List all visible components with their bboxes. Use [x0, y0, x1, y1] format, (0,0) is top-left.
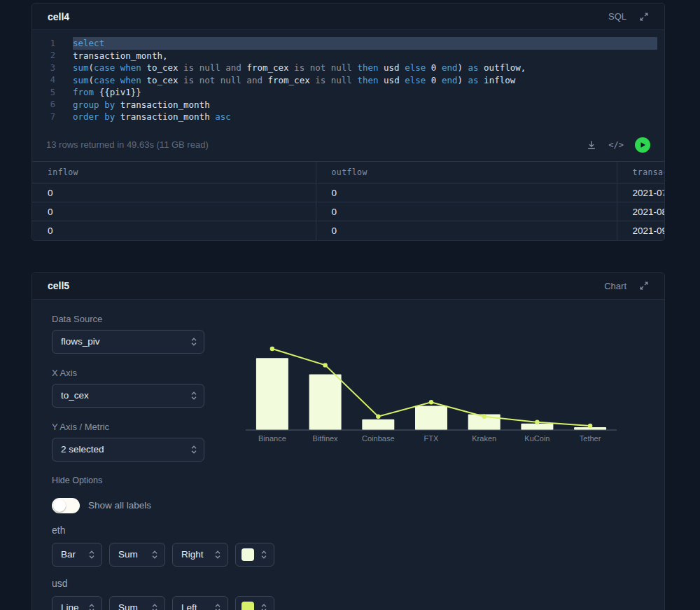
code-line-2[interactable]: 2transaction_month, — [32, 50, 664, 62]
combo-chart: BinanceBitfinexCoinbaseFTXKrakenKuCoinTe… — [246, 339, 627, 445]
code-line-1[interactable]: 1select — [32, 37, 664, 50]
table-cell: 0 — [316, 183, 617, 202]
expand-icon[interactable] — [639, 12, 649, 22]
table-cell: 2021-08-01 — [617, 202, 664, 221]
select-value: Sum — [118, 602, 138, 610]
select-value: Left — [181, 602, 197, 610]
column-header-transaction_month[interactable]: transaction_month — [617, 162, 664, 183]
series-row-eth: BarSumRight — [52, 543, 645, 567]
x-tick-label: Kraken — [472, 434, 496, 443]
x-tick-label: Bitfinex — [313, 434, 339, 443]
select-chevrons-icon — [190, 390, 197, 401]
code-line-5[interactable]: 5from {{piv1}} — [32, 86, 664, 99]
line-point-Tether[interactable] — [588, 423, 592, 427]
sql-editor[interactable]: 1select2transaction_month,3sum(case when… — [32, 30, 664, 132]
series-usd-color-select[interactable] — [235, 596, 274, 610]
select-value: Sum — [118, 549, 138, 560]
series-usd-type-select[interactable]: Line — [52, 596, 102, 610]
line-point-KuCoin[interactable] — [535, 420, 539, 424]
code-icon[interactable]: </> — [608, 140, 624, 150]
select-chevrons-icon — [190, 444, 197, 455]
cell5-header-right: Chart — [604, 281, 649, 291]
line-point-Bitfinex[interactable] — [323, 363, 327, 367]
x-axis-value: to_cex — [61, 390, 89, 401]
line-point-Binance[interactable] — [270, 346, 274, 350]
run-button[interactable] — [635, 137, 650, 153]
series-eth-axis-select[interactable]: Right — [172, 543, 228, 567]
line-number: 4 — [32, 75, 55, 85]
x-axis-label: X Axis — [52, 368, 204, 378]
series-eth-color-select[interactable] — [235, 543, 274, 567]
code-line-4[interactable]: 4sum(case when to_cex is not null and fr… — [32, 74, 664, 87]
bar-KuCoin[interactable] — [521, 423, 553, 429]
code-text: from {{piv1}} — [73, 86, 657, 99]
expand-icon[interactable] — [639, 281, 649, 291]
line-number: 1 — [32, 39, 55, 48]
cell5-header: cell5 Chart — [32, 273, 664, 300]
data-source-select[interactable]: flows_piv — [52, 330, 204, 354]
cell4-type-label: SQL — [608, 11, 626, 22]
x-tick-label: Tether — [580, 434, 601, 443]
download-icon[interactable] — [586, 139, 597, 151]
line-number: 3 — [32, 63, 55, 73]
select-value: Line — [61, 602, 79, 610]
table-cell: 2021-07-01 — [617, 183, 664, 202]
line-point-FTX[interactable] — [429, 400, 433, 404]
series-name-eth: eth — [52, 525, 645, 536]
code-line-6[interactable]: 6group by transaction_month — [32, 99, 664, 111]
data-source-label: Data Source — [52, 314, 204, 324]
series-row-usd: LineSumLeft — [52, 596, 645, 610]
sql-cell-cell4: cell4 SQL 1select2transaction_month,3sum… — [31, 3, 665, 241]
select-chevrons-icon — [88, 549, 95, 560]
code-text: order by transaction_month asc — [73, 111, 657, 123]
select-value: Bar — [61, 549, 76, 560]
column-header-outflow[interactable]: outflow — [316, 162, 617, 183]
cell4-header: cell4 SQL — [32, 4, 664, 30]
query-status: 13 rows returned in 49.63s (11 GB read) — [46, 139, 209, 150]
bar-Binance[interactable] — [256, 358, 288, 430]
table-row: 002021-08-01 — [32, 202, 664, 221]
query-status-row: 13 rows returned in 49.63s (11 GB read) … — [32, 132, 664, 158]
cell4-title: cell4 — [48, 11, 69, 22]
bar-Bitfinex[interactable] — [309, 374, 342, 429]
series-usd-axis-select[interactable]: Left — [172, 596, 228, 610]
table-row: 002021-07-01 — [32, 183, 664, 202]
play-icon — [638, 141, 647, 149]
bar-Coinbase[interactable] — [362, 419, 394, 429]
hide-options-link[interactable]: Hide Options — [52, 476, 645, 485]
x-tick-label: Coinbase — [362, 434, 394, 443]
select-chevrons-icon — [260, 549, 267, 560]
x-tick-label: KuCoin — [524, 434, 550, 443]
bar-FTX[interactable] — [415, 405, 447, 430]
color-swatch — [241, 602, 254, 610]
line-point-Kraken[interactable] — [482, 414, 486, 418]
code-line-3[interactable]: 3sum(case when to_cex is null and from_c… — [32, 62, 664, 74]
series-usd-agg-select[interactable]: Sum — [109, 596, 165, 610]
x-axis-select[interactable]: to_cex — [52, 384, 204, 408]
select-chevrons-icon — [214, 549, 221, 560]
select-chevrons-icon — [88, 602, 95, 610]
select-chevrons-icon — [151, 549, 158, 560]
show-all-labels-toggle[interactable] — [52, 498, 80, 513]
table-cell: 2021-09-01 — [617, 221, 664, 240]
table-cell: 0 — [32, 183, 316, 202]
code-text: transaction_month, — [73, 50, 657, 62]
series-name-usd: usd — [52, 578, 645, 589]
y-axis-select[interactable]: 2 selected — [52, 438, 204, 462]
code-line-7[interactable]: 7order by transaction_month asc — [32, 111, 664, 123]
notebook-page: cell4 SQL 1select2transaction_month,3sum… — [0, 0, 700, 610]
show-all-labels-row: Show all labels — [52, 498, 645, 513]
results-table-container: inflowoutflowtransaction_month002021-07-… — [32, 161, 664, 240]
cell5-title: cell5 — [48, 280, 69, 291]
series-eth-type-select[interactable]: Bar — [52, 543, 102, 567]
code-text: sum(case when to_cex is null and from_ce… — [73, 62, 657, 74]
download-icon-glyph — [586, 139, 597, 151]
column-header-inflow[interactable]: inflow — [32, 162, 316, 183]
show-all-labels-label: Show all labels — [88, 500, 151, 511]
color-swatch — [241, 548, 254, 561]
table-cell: 0 — [32, 221, 316, 240]
line-point-Coinbase[interactable] — [376, 414, 380, 418]
series-eth-agg-select[interactable]: Sum — [109, 543, 165, 567]
code-text: sum(case when to_cex is not null and fro… — [73, 74, 657, 87]
select-chevrons-icon — [151, 602, 158, 610]
